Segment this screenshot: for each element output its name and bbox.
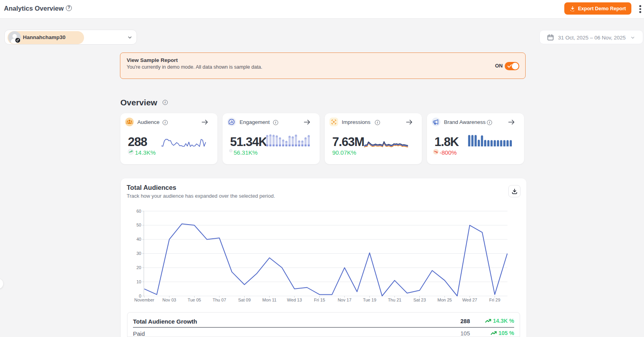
svg-text:50: 50 — [137, 223, 141, 227]
svg-text:Tue 19: Tue 19 — [363, 298, 376, 302]
svg-text:Mon 25: Mon 25 — [438, 298, 452, 302]
svg-text:Tue 05: Tue 05 — [188, 298, 201, 302]
svg-text:Sat 09: Sat 09 — [238, 298, 251, 302]
svg-text:60: 60 — [137, 209, 141, 213]
svg-text:40: 40 — [137, 237, 141, 242]
svg-text:Wed 27: Wed 27 — [462, 298, 477, 302]
svg-text:Sat 23: Sat 23 — [413, 298, 426, 302]
svg-text:Thu 21: Thu 21 — [388, 298, 401, 302]
svg-text:Thu 07: Thu 07 — [213, 298, 226, 302]
svg-text:Wed 13: Wed 13 — [287, 298, 302, 302]
svg-text:20: 20 — [137, 265, 141, 270]
svg-text:Mon 11: Mon 11 — [262, 298, 277, 302]
svg-text:November: November — [134, 298, 154, 302]
svg-text:Nov 17: Nov 17 — [338, 298, 352, 302]
svg-text:Fri 15: Fri 15 — [314, 298, 325, 302]
svg-text:Fri 29: Fri 29 — [489, 298, 500, 302]
svg-text:30: 30 — [137, 251, 141, 256]
svg-text:10: 10 — [137, 279, 141, 284]
svg-text:Nov 03: Nov 03 — [163, 298, 176, 302]
